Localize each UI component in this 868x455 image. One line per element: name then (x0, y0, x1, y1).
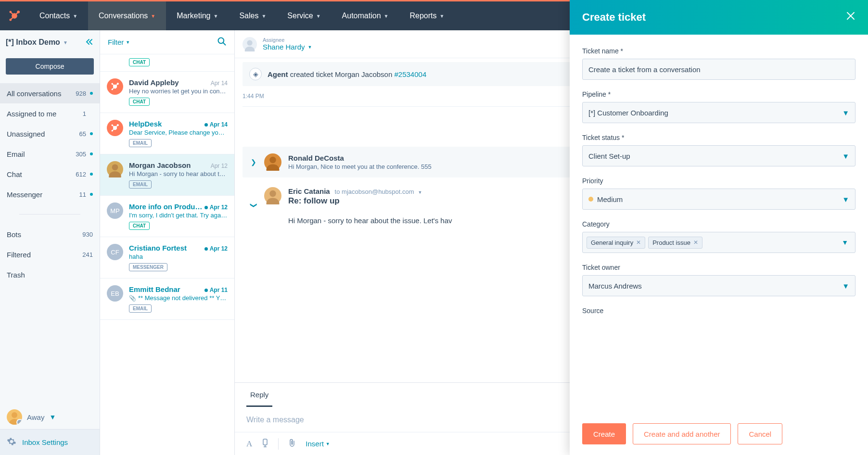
remove-tag-icon[interactable]: ✕ (636, 239, 641, 246)
inbox-settings-link[interactable]: Inbox Settings (0, 429, 100, 455)
chevron-down-icon: ▼ (151, 13, 155, 19)
svg-line-10 (223, 43, 226, 45)
channel-badge: CHAT (129, 222, 150, 230)
chevron-down-icon[interactable]: ▼ (418, 190, 422, 195)
gear-icon (7, 437, 16, 448)
unread-dot-icon (204, 247, 208, 251)
preview-text: Dear Service, Please change your… (129, 129, 228, 136)
conversation-item[interactable]: MP More info on Produ…Apr 12 I'm sorry, … (100, 196, 234, 237)
sender-name: HelpDesk (129, 120, 162, 128)
search-button[interactable] (217, 37, 227, 48)
owner-label: Ticket owner (582, 264, 855, 271)
category-select[interactable]: General inquiry✕Product issue✕ ▼ (582, 232, 855, 253)
sidebar-item-unassigned[interactable]: Unassigned65 (0, 124, 100, 144)
sender-name: Eric Catania (288, 187, 330, 195)
conversation-item[interactable]: EB Emmitt BednarApr 11 📎** Message not d… (100, 278, 234, 320)
status-label: Ticket status * (582, 134, 855, 141)
chevron-down-icon: ▼ (842, 239, 851, 246)
sidebar-item-chat[interactable]: Chat612 (0, 164, 100, 184)
chevron-down-icon: ▼ (308, 45, 312, 50)
conversation-item[interactable]: HelpDeskApr 14 Dear Service, Please chan… (100, 113, 234, 154)
assignee-avatar (243, 37, 257, 51)
reply-tab[interactable]: Reply (246, 383, 272, 407)
svg-point-26 (109, 171, 121, 177)
unread-dot-icon (90, 92, 93, 95)
assignee-selector[interactable]: Shane Hardy ▼ (263, 43, 312, 51)
conversation-item[interactable]: CHAT (100, 54, 234, 72)
channel-badge: EMAIL (129, 180, 152, 189)
chevron-down-icon: ▼ (126, 40, 130, 45)
nav-automation[interactable]: Automation▼ (332, 1, 399, 30)
chevron-down-icon: ▼ (63, 40, 68, 45)
cancel-button[interactable]: Cancel (738, 423, 782, 444)
nav-sales[interactable]: Sales▼ (229, 1, 277, 30)
channel-badge: EMAIL (129, 304, 152, 313)
owner-select[interactable]: Marcus Andrews ▼ (582, 275, 855, 296)
filter-dropdown[interactable]: Filter ▼ (108, 38, 130, 46)
expand-icon[interactable]: ❯ (251, 158, 257, 166)
sidebar-item-email[interactable]: Email305 (0, 144, 100, 164)
sidebar-divider (19, 214, 80, 215)
preview-text: Hi Morgan - sorry to hear about th… (129, 170, 228, 177)
unread-dot-icon (204, 289, 208, 292)
svg-point-30 (267, 164, 280, 171)
svg-point-7 (12, 412, 17, 418)
preview-text: 📎** Message not delivered ** Y… (129, 294, 228, 302)
svg-rect-33 (263, 439, 267, 445)
user-status[interactable]: Away ▼ (0, 405, 100, 429)
create-button[interactable]: Create (582, 423, 626, 444)
sidebar-item-trash[interactable]: Trash (0, 265, 100, 285)
date: Apr 12 (204, 245, 228, 252)
date: Apr 14 (204, 121, 228, 128)
close-panel-button[interactable] (846, 11, 855, 24)
nav-marketing[interactable]: Marketing▼ (166, 1, 229, 30)
sidebar-item-bots[interactable]: Bots930 (0, 224, 100, 244)
status-select[interactable]: Client Set-up ▼ (582, 145, 855, 166)
compose-button[interactable]: Compose (6, 58, 94, 75)
sidebar-item-filtered[interactable]: Filtered241 (0, 244, 100, 265)
chevron-down-icon: ▼ (316, 13, 321, 19)
conversation-list: Filter ▼ CHAT David ApplebyApr 14 Hey no… (100, 30, 235, 455)
preview-text: haha (129, 253, 228, 260)
sidebar-item-assigned-to-me[interactable]: Assigned to me1 (0, 103, 100, 124)
unread-dot-icon (204, 123, 208, 126)
avatar (107, 78, 123, 95)
remove-tag-icon[interactable]: ✕ (693, 239, 698, 246)
nav-conversations[interactable]: Conversations▼ (88, 1, 166, 30)
sidebar-item-all-conversations[interactable]: All conversations928 (0, 83, 100, 103)
priority-dot-icon (588, 197, 593, 202)
chevron-down-icon: ▼ (842, 109, 849, 117)
date: Apr 11 (204, 287, 228, 293)
attachment-icon[interactable] (288, 439, 296, 449)
panel-title: Create ticket (582, 11, 646, 24)
unread-dot-icon (90, 132, 93, 135)
create-and-add-another-button[interactable]: Create and add another (633, 423, 731, 444)
text-format-icon[interactable]: A (246, 439, 252, 449)
sender-name: Cristiano Fortest (129, 244, 187, 252)
snippet-icon[interactable] (262, 439, 268, 449)
ticket-name-input[interactable] (582, 59, 855, 80)
nav-reports[interactable]: Reports▼ (399, 1, 455, 30)
sender-name: Morgan Jacobson (129, 161, 191, 169)
conversation-item[interactable]: Morgan JacobsonApr 12 Hi Morgan - sorry … (100, 154, 234, 196)
insert-dropdown[interactable]: Insert ▼ (306, 440, 330, 448)
sidebar: [*] Inbox Demo ▼ Compose All conversatio… (0, 30, 100, 455)
nav-contacts[interactable]: Contacts▼ (29, 1, 88, 30)
conversation-item[interactable]: David ApplebyApr 14 Hey no worries let g… (100, 72, 234, 113)
category-label: Category (582, 220, 855, 228)
sender-name: Emmitt Bednar (129, 285, 180, 293)
ticket-name-label: Ticket name * (582, 47, 855, 55)
sender-name: More info on Produ… (129, 202, 202, 211)
collapse-sidebar-icon[interactable] (85, 38, 94, 47)
pipeline-select[interactable]: [*] Customer Onboarding ▼ (582, 102, 855, 123)
hubspot-logo[interactable] (0, 1, 29, 30)
conversation-item[interactable]: CF Cristiano FortestApr 12 haha MESSENGE… (100, 237, 234, 278)
ticket-link[interactable]: #2534004 (394, 70, 426, 78)
priority-select[interactable]: Medium ▼ (582, 189, 855, 210)
category-tag: Product issue✕ (648, 237, 702, 249)
inbox-selector[interactable]: [*] Inbox Demo ▼ (0, 30, 100, 54)
sidebar-item-messenger[interactable]: Messenger11 (0, 184, 100, 204)
nav-service[interactable]: Service▼ (277, 1, 331, 30)
collapse-icon[interactable]: ❯ (235, 202, 273, 209)
ticket-icon: ◈ (249, 68, 262, 80)
